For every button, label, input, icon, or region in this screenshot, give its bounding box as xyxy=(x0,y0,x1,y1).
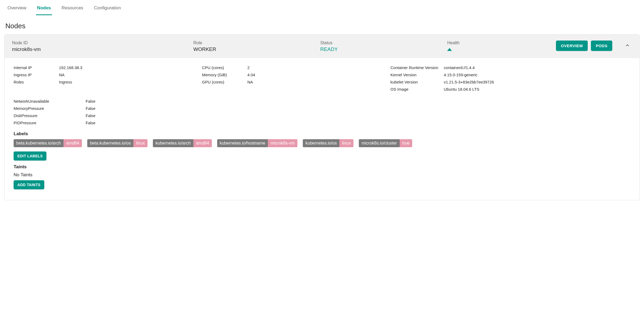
tab-configuration[interactable]: Configuration xyxy=(93,3,122,15)
detail-block-left: Internal IP192.168.38.3 Ingress IPNA Rol… xyxy=(14,64,191,93)
hdr-status: Status READY xyxy=(320,41,447,52)
hdr-health-label: Health xyxy=(447,41,556,45)
labels-chips: beta.kubernetes.io/archamd64 beta.kubern… xyxy=(14,139,630,147)
chip-val: linux xyxy=(339,139,353,147)
hdr-role: Role WORKER xyxy=(193,41,320,52)
kv-row: Kernel Version4.15.0-159-generic xyxy=(391,71,630,78)
kv-row: Internal IP192.168.38.3 xyxy=(14,64,191,71)
kv-key: CPU (cores) xyxy=(202,65,247,70)
kv-key: kubelet Version xyxy=(391,80,444,84)
condition-row: NetworkUnavailableFalse xyxy=(14,98,630,105)
kv-val: 192.168.38.3 xyxy=(59,65,82,70)
label-chip: kubernetes.io/oslinux xyxy=(303,139,353,147)
label-chip: kubernetes.io/archamd64 xyxy=(153,139,212,147)
tab-nodes[interactable]: Nodes xyxy=(36,3,52,15)
detail-columns: Internal IP192.168.38.3 Ingress IPNA Rol… xyxy=(14,64,630,93)
kv-val: False xyxy=(86,99,96,103)
kv-key: GPU (cores) xyxy=(202,80,247,84)
kv-row: RolesIngress xyxy=(14,78,191,86)
collapse-toggle[interactable] xyxy=(623,41,632,51)
chip-key: kubernetes.io/hostname xyxy=(217,139,268,147)
condition-row: MemoryPressureFalse xyxy=(14,105,630,112)
edit-labels-button[interactable]: EDIT LABELS xyxy=(14,151,46,161)
hdr-role-value: WORKER xyxy=(193,46,320,52)
taints-heading: Taints xyxy=(14,164,630,170)
kv-row: Container Runtime Versioncontainerd://1.… xyxy=(391,64,630,71)
condition-row: DiskPressureFalse xyxy=(14,112,630,119)
kv-val: Ubuntu 18.04.6 LTS xyxy=(444,87,479,91)
label-chip: kubernetes.io/hostnamemicrok8s-vm xyxy=(217,139,297,147)
kv-key: Memory (GiB) xyxy=(202,73,247,77)
chip-val: true xyxy=(400,139,412,147)
hdr-actions: OVERVIEW PODS xyxy=(556,41,632,51)
tab-resources[interactable]: Resources xyxy=(61,3,84,15)
kv-val: containerd://1.4.4 xyxy=(444,65,475,70)
condition-row: PIDPressureFalse xyxy=(14,119,630,126)
kv-val: Ingress xyxy=(59,80,72,84)
chip-key: microk8s.io/cluster xyxy=(359,139,399,147)
add-taints-button[interactable]: ADD TAINTS xyxy=(14,180,44,189)
chip-val: microk8s-vm xyxy=(268,139,297,147)
kv-val: 4.04 xyxy=(247,73,255,77)
node-card-header: Node ID microk8s-vm Role WORKER Status R… xyxy=(5,35,639,58)
chip-key: beta.kubernetes.io/os xyxy=(87,139,133,147)
kv-val: 2 xyxy=(247,65,249,70)
hdr-node-id-value: microk8s-vm xyxy=(12,46,193,52)
kv-key: PIDPressure xyxy=(14,121,86,125)
no-taints-text: No Taints xyxy=(14,172,630,178)
kv-key: NetworkUnavailable xyxy=(14,99,86,103)
pods-button[interactable]: PODS xyxy=(591,41,612,51)
label-chip: beta.kubernetes.io/archamd64 xyxy=(14,139,82,147)
hdr-node-id: Node ID microk8s-vm xyxy=(12,41,193,52)
chip-val: amd64 xyxy=(193,139,212,147)
chip-key: kubernetes.io/arch xyxy=(153,139,193,147)
kv-key: Kernel Version xyxy=(391,73,444,77)
health-up-icon xyxy=(447,48,452,51)
labels-heading: Labels xyxy=(14,131,630,137)
page-title: Nodes xyxy=(5,22,640,30)
kv-val: False xyxy=(86,113,96,118)
hdr-status-label: Status xyxy=(320,41,447,45)
detail-block-right: Container Runtime Versioncontainerd://1.… xyxy=(391,64,630,93)
kv-row: CPU (cores)2 xyxy=(202,64,380,71)
node-card: Node ID microk8s-vm Role WORKER Status R… xyxy=(4,34,640,200)
tabs: Overview Nodes Resources Configuration xyxy=(4,0,640,15)
kv-key: DiskPressure xyxy=(14,113,86,118)
chip-key: beta.kubernetes.io/arch xyxy=(14,139,63,147)
kv-key: OS Image xyxy=(391,87,444,91)
kv-key: MemoryPressure xyxy=(14,106,86,111)
kv-key: Roles xyxy=(14,80,59,84)
chip-key: kubernetes.io/os xyxy=(303,139,339,147)
chevron-up-icon xyxy=(625,43,630,48)
kv-val: NA xyxy=(247,80,253,84)
hdr-node-id-label: Node ID xyxy=(12,41,193,45)
kv-key: Internal IP xyxy=(14,65,59,70)
kv-row: GPU (cores)NA xyxy=(202,78,380,86)
kv-row: Ingress IPNA xyxy=(14,71,191,78)
node-card-body: Internal IP192.168.38.3 Ingress IPNA Rol… xyxy=(5,58,639,200)
label-chip: microk8s.io/clustertrue xyxy=(359,139,412,147)
chip-val: linux xyxy=(133,139,148,147)
kv-val: False xyxy=(86,121,96,125)
kv-row: OS ImageUbuntu 18.04.6 LTS xyxy=(391,86,630,93)
tab-overview[interactable]: Overview xyxy=(6,3,27,15)
hdr-health: Health xyxy=(447,41,556,52)
conditions: NetworkUnavailableFalse MemoryPressureFa… xyxy=(14,98,630,126)
kv-val: v1.21.5-3+83e2bb7ee39726 xyxy=(444,80,494,84)
hdr-role-label: Role xyxy=(193,41,320,45)
detail-block-middle: CPU (cores)2 Memory (GiB)4.04 GPU (cores… xyxy=(202,64,380,93)
hdr-status-value: READY xyxy=(320,46,447,52)
kv-key: Container Runtime Version xyxy=(391,65,444,70)
kv-val: NA xyxy=(59,73,65,77)
kv-row: Memory (GiB)4.04 xyxy=(202,71,380,78)
kv-key: Ingress IP xyxy=(14,73,59,77)
overview-button[interactable]: OVERVIEW xyxy=(556,41,588,51)
label-chip: beta.kubernetes.io/oslinux xyxy=(87,139,148,147)
kv-val: 4.15.0-159-generic xyxy=(444,73,478,77)
kv-row: kubelet Versionv1.21.5-3+83e2bb7ee39726 xyxy=(391,78,630,86)
chip-val: amd64 xyxy=(63,139,82,147)
kv-val: False xyxy=(86,106,96,111)
